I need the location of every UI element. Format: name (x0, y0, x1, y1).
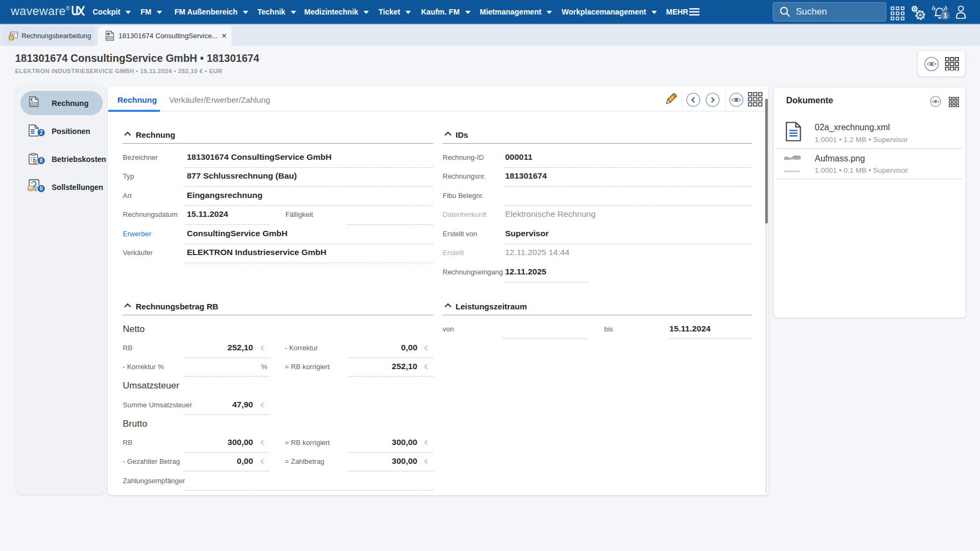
svg-text:S: S (34, 187, 37, 192)
svg-text:1: 1 (943, 11, 947, 19)
